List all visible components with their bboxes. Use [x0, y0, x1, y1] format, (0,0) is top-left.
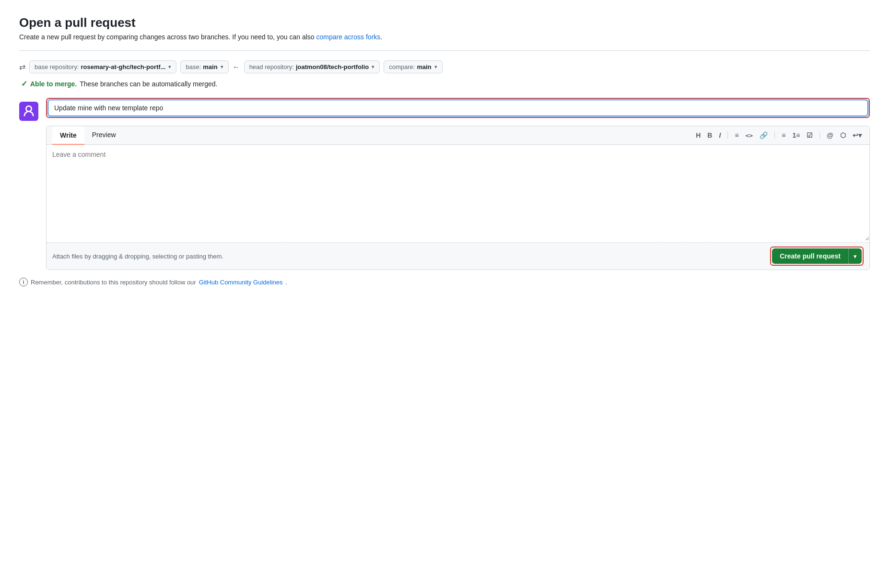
base-repo-selector[interactable]: base repository: rosemary-at-ghc/tech-po…	[29, 60, 176, 73]
link-icon[interactable]: 🔗	[758, 130, 770, 140]
form-area: Write Preview H B I ≡ <> 🔗 ≡ 1≡ ☑ @	[46, 98, 870, 270]
base-branch-selector[interactable]: base: main ▾	[180, 60, 228, 73]
compare-value: main	[417, 63, 431, 71]
editor-footer: Attach files by dragging & dropping, sel…	[47, 242, 869, 270]
avatar	[19, 102, 38, 121]
compare-branch-chevron-icon: ▾	[434, 64, 437, 70]
compare-icon: ⇄	[19, 62, 25, 71]
code-icon[interactable]: <>	[744, 131, 755, 140]
user-icon	[22, 105, 35, 118]
info-icon: i	[19, 278, 28, 286]
bottom-note-text: Remember, contributions to this reposito…	[31, 279, 196, 286]
base-value: main	[203, 63, 217, 71]
unordered-list-icon[interactable]: ≡	[780, 130, 787, 140]
base-repo-value: rosemary-at-ghc/tech-portf...	[81, 63, 166, 71]
base-repo-label: base repository:	[35, 63, 79, 71]
tab-preview[interactable]: Preview	[84, 126, 124, 144]
merge-status-normal: These branches can be automatically merg…	[80, 80, 217, 88]
merge-status: ✓ Able to merge. These branches can be a…	[19, 79, 870, 88]
comment-textarea[interactable]	[47, 145, 869, 241]
editor-tabs: Write Preview H B I ≡ <> 🔗 ≡ 1≡ ☑ @	[47, 126, 869, 145]
avatar-area	[19, 102, 38, 121]
bold-icon[interactable]: B	[705, 130, 714, 140]
toolbar-divider-3	[819, 131, 820, 139]
italic-icon[interactable]: I	[717, 130, 723, 140]
toolbar-divider-1	[727, 131, 728, 139]
head-repo-label: head repository:	[249, 63, 294, 71]
branch-bar: ⇄ base repository: rosemary-at-ghc/tech-…	[19, 60, 870, 73]
bottom-note: i Remember, contributions to this reposi…	[19, 278, 870, 286]
base-branch-chevron-icon: ▾	[221, 64, 223, 70]
head-repo-selector[interactable]: head repository: joatmon08/tech-portfoli…	[244, 60, 380, 73]
compare-branch-selector[interactable]: compare: main ▾	[384, 60, 443, 73]
editor-tab-list: Write Preview	[52, 126, 124, 144]
toolbar-divider-2	[774, 131, 775, 139]
dropdown-chevron-icon: ▾	[854, 253, 857, 260]
quote-icon[interactable]: ≡	[733, 130, 740, 140]
page-subtitle: Create a new pull request by comparing c…	[19, 33, 870, 41]
arrow-icon: ←	[233, 63, 240, 71]
subtitle-text: Create a new pull request by comparing c…	[19, 33, 315, 41]
base-label: base:	[186, 63, 201, 71]
pr-form-area: Write Preview H B I ≡ <> 🔗 ≡ 1≡ ☑ @	[19, 98, 870, 270]
task-list-icon[interactable]: ☑	[805, 130, 815, 140]
heading-icon[interactable]: H	[694, 130, 702, 140]
merge-check-icon: ✓	[21, 79, 27, 88]
create-pr-button[interactable]: Create pull request	[772, 248, 848, 264]
create-pr-dropdown-button[interactable]: ▾	[848, 248, 862, 264]
merge-status-bold: Able to merge.	[30, 80, 77, 88]
mention-icon[interactable]: @	[825, 130, 835, 140]
undo-icon[interactable]: ↩▾	[851, 130, 864, 140]
head-repo-value: joatmon08/tech-portfolio	[296, 63, 369, 71]
compare-forks-link[interactable]: compare across forks	[316, 33, 380, 41]
base-repo-chevron-icon: ▾	[168, 64, 171, 70]
editor-toolbar: H B I ≡ <> 🔗 ≡ 1≡ ☑ @ ⬡ ↩▾	[694, 130, 864, 140]
ordered-list-icon[interactable]: 1≡	[790, 130, 802, 140]
title-input-highlight	[46, 98, 870, 118]
tab-write[interactable]: Write	[52, 126, 84, 145]
editor-footer-right: Create pull request ▾	[770, 247, 864, 266]
head-repo-chevron-icon: ▾	[372, 64, 374, 70]
page-title: Open a pull request	[19, 15, 870, 30]
community-guidelines-link[interactable]: GitHub Community Guidelines	[199, 279, 283, 286]
pr-title-input[interactable]	[48, 100, 868, 116]
cross-ref-icon[interactable]: ⬡	[838, 130, 848, 140]
divider	[19, 50, 870, 51]
create-pr-highlight: Create pull request ▾	[770, 247, 864, 266]
compare-label: compare:	[389, 63, 415, 71]
attach-text: Attach files by dragging & dropping, sel…	[52, 253, 223, 260]
comment-editor: Write Preview H B I ≡ <> 🔗 ≡ 1≡ ☑ @	[46, 126, 870, 270]
